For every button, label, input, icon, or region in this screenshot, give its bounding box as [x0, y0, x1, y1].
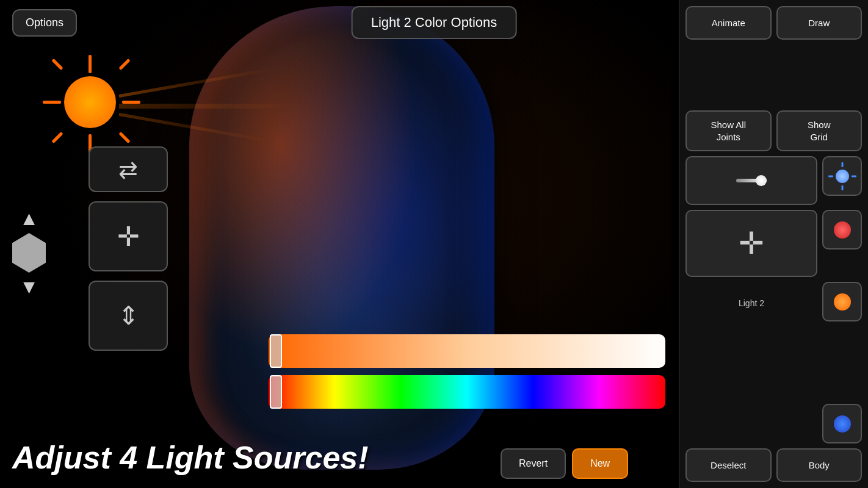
- figure-scale-vertical[interactable]: ▲ ▼: [12, 207, 46, 298]
- sun-ray-tl: [51, 59, 63, 70]
- ray-r: [852, 175, 856, 177]
- hue-thumb[interactable]: [270, 375, 282, 409]
- blue-bright-light-button[interactable]: [822, 156, 862, 196]
- blue-light-button[interactable]: [822, 404, 862, 443]
- light-orbit-row: ✛: [685, 210, 862, 277]
- bottom-action-row: Deselect Body: [685, 448, 862, 482]
- options-button[interactable]: Options: [12, 9, 77, 37]
- show-all-joints-button[interactable]: Show All Joints: [685, 110, 772, 151]
- top-action-row: Animate Draw: [685, 6, 862, 40]
- animate-button[interactable]: Animate: [685, 6, 772, 40]
- panel-title: Light 2 Color Options: [352, 6, 517, 39]
- starburst-center: [836, 170, 849, 183]
- orbit-arrows-icon: ✛: [739, 226, 764, 261]
- spacer-1: [685, 45, 862, 106]
- deselect-button[interactable]: Deselect: [685, 448, 772, 482]
- spacer-2: [685, 326, 862, 399]
- rotate-horizontal-icon: ⇄: [118, 156, 138, 183]
- light2-spacer: Light 2: [685, 296, 817, 308]
- sun-ray-bl: [51, 132, 63, 143]
- light-orbit-control[interactable]: ✛: [685, 210, 817, 277]
- revert-button[interactable]: Revert: [501, 448, 566, 479]
- light2-row: Light 2: [685, 282, 862, 321]
- bottom-headline: Adjust 4 Light Sources!: [12, 439, 369, 476]
- new-button[interactable]: New: [572, 448, 628, 479]
- scale-down-arrow: ▼: [20, 276, 39, 298]
- sun-ray-top: [89, 55, 92, 73]
- orange-light-dot: [834, 293, 851, 310]
- sun-light-icon: [34, 46, 146, 159]
- move-4dir-icon: ✛: [117, 221, 140, 252]
- sun-body: [64, 76, 116, 128]
- hue-slider[interactable]: [269, 375, 665, 409]
- blue-light-row: [685, 404, 862, 443]
- view-options-row: Show All Joints Show Grid: [685, 110, 862, 151]
- scale-icon: ⇕: [118, 301, 139, 331]
- sun-ray-br: [118, 132, 130, 143]
- white-light-control[interactable]: [685, 156, 817, 205]
- scale-control[interactable]: ⇕: [89, 281, 168, 351]
- blue-light-dot: [834, 415, 851, 432]
- rotate-horizontal-control[interactable]: ⇄: [89, 146, 168, 192]
- orange-light-button[interactable]: [822, 282, 862, 321]
- ray-l: [828, 175, 833, 177]
- right-panel: Animate Draw Show All Joints Show Grid: [679, 0, 868, 488]
- draw-button[interactable]: Draw: [776, 6, 863, 40]
- move-control[interactable]: ✛: [89, 201, 168, 271]
- ray-b: [841, 185, 843, 190]
- scale-up-arrow: ▲: [20, 207, 39, 230]
- color-sliders-area: [269, 334, 665, 415]
- bottom-buttons: Revert New: [501, 448, 628, 479]
- sun-ray-tr: [118, 59, 130, 70]
- red-light-dot: [834, 221, 851, 239]
- white-light-knob: [756, 175, 767, 186]
- red-light-button[interactable]: [822, 210, 862, 249]
- brightness-slider[interactable]: [269, 334, 665, 368]
- body-button[interactable]: Body: [776, 448, 863, 482]
- white-sun-slider: [736, 175, 767, 186]
- brightness-thumb[interactable]: [270, 334, 282, 368]
- show-grid-button[interactable]: Show Grid: [776, 110, 863, 151]
- sun-ray-left: [43, 101, 61, 104]
- blue-starburst-icon: [830, 163, 855, 189]
- light-beam-2: [119, 104, 290, 109]
- ray-t: [841, 162, 843, 167]
- light2-label: Light 2: [685, 298, 817, 308]
- light-source-row-1: [685, 156, 862, 205]
- scale-figure-body: [12, 233, 46, 273]
